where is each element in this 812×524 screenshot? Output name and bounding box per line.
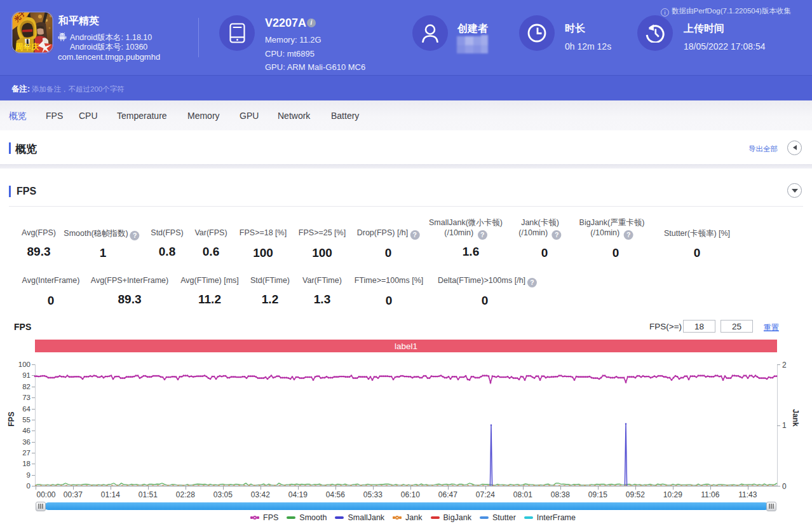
svg-text:周年庆: 周年庆 (15, 43, 39, 52)
